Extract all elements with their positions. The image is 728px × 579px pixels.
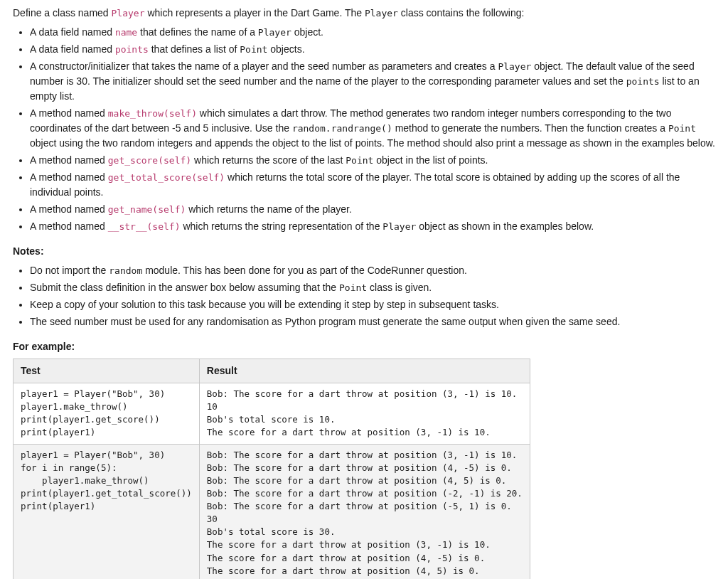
spec-item: A data field named name that defines the… xyxy=(30,25,715,40)
spec-item: A data field named points that defines a… xyxy=(30,42,715,57)
spec-mono: Player xyxy=(382,221,416,232)
table-cell-result: Bob: The score for a dart throw at posit… xyxy=(199,444,530,579)
spec-text: A method named xyxy=(30,107,108,119)
spec-mono: points xyxy=(626,76,660,87)
spec-text: A data field named xyxy=(30,26,115,38)
spec-highlight: name xyxy=(115,27,137,38)
notes-label: Notes: xyxy=(13,244,715,259)
note-text: Submit the class definition in the answe… xyxy=(30,282,339,293)
spec-list: A data field named name that defines the… xyxy=(13,25,715,234)
spec-text: A constructor/initializer that takes the… xyxy=(30,60,498,72)
spec-highlight: get_score(self) xyxy=(108,155,191,166)
spec-text: object as shown in the examples below. xyxy=(416,221,594,232)
table-header-test: Test xyxy=(14,359,200,383)
intro-post: class contains the following: xyxy=(398,7,524,18)
spec-text: method to generate the numbers. Then the… xyxy=(392,122,668,134)
spec-highlight: __str__(self) xyxy=(108,221,181,232)
notes-label-text: Notes xyxy=(13,245,41,257)
spec-text: A method named xyxy=(30,221,108,232)
example-table: Test Result player1 = Player("Bob", 30) … xyxy=(13,358,530,579)
test-code: player1 = Player("Bob", 30) for i in ran… xyxy=(21,449,192,514)
spec-highlight: get_name(self) xyxy=(108,204,186,215)
table-row: player1 = Player("Bob", 30) for i in ran… xyxy=(14,444,530,579)
spec-highlight: make_throw(self) xyxy=(108,108,197,119)
note-text: Do not import the xyxy=(30,265,109,276)
test-code: player1 = Player("Bob", 30) player1.make… xyxy=(21,388,192,440)
intro-mid: which represents a player in the Dart Ga… xyxy=(145,7,365,18)
spec-text: A method named xyxy=(30,203,108,215)
spec-item: A method named get_score(self) which ret… xyxy=(30,153,715,168)
table-row: player1 = Player("Bob", 30) player1.make… xyxy=(14,383,530,445)
intro-pre: Define a class named xyxy=(13,7,112,18)
notes-item: Submit the class definition in the answe… xyxy=(30,280,715,295)
spec-text: that defines the name of a xyxy=(137,26,258,38)
spec-mono: Point xyxy=(668,123,696,134)
note-text: module. This has been done for you as pa… xyxy=(142,265,467,276)
spec-item: A constructor/initializer that takes the… xyxy=(30,59,715,104)
notes-list: Do not import the random module. This ha… xyxy=(13,263,715,329)
notes-item: The seed number must be used for any ran… xyxy=(30,314,715,329)
example-label: For example: xyxy=(13,339,715,354)
table-header-result: Result xyxy=(199,359,530,383)
spec-item: A method named make_throw(self) which si… xyxy=(30,106,715,151)
spec-item: A method named get_total_score(self) whi… xyxy=(30,170,715,200)
spec-highlight: get_total_score(self) xyxy=(108,172,225,183)
spec-item: A method named get_name(self) which retu… xyxy=(30,202,715,217)
result-output: Bob: The score for a dart throw at posit… xyxy=(207,388,523,440)
table-cell-test: player1 = Player("Bob", 30) player1.make… xyxy=(14,383,200,445)
spec-text: which returns the score of the last xyxy=(191,154,346,166)
note-text: The seed number must be used for any ran… xyxy=(30,316,620,327)
spec-text: object. xyxy=(291,26,323,38)
notes-item: Keep a copy of your solution to this tas… xyxy=(30,297,715,312)
spec-highlight: points xyxy=(115,44,149,55)
spec-mono: Player xyxy=(258,27,291,38)
spec-text: A method named xyxy=(30,171,108,183)
spec-mono: Player xyxy=(498,61,531,72)
note-mono: Point xyxy=(339,282,367,293)
notes-item: Do not import the random module. This ha… xyxy=(30,263,715,278)
intro-paragraph: Define a class named Player which repres… xyxy=(13,6,715,21)
spec-text: A data field named xyxy=(30,43,115,55)
result-output: Bob: The score for a dart throw at posit… xyxy=(207,449,523,580)
spec-item: A method named __str__(self) which retur… xyxy=(30,219,715,234)
table-cell-test: player1 = Player("Bob", 30) for i in ran… xyxy=(14,444,200,579)
spec-mono: random.randrange() xyxy=(292,123,392,134)
spec-mono: Point xyxy=(240,44,267,55)
spec-text: that defines a list of xyxy=(149,43,240,55)
spec-text: A method named xyxy=(30,154,108,166)
table-cell-result: Bob: The score for a dart throw at posit… xyxy=(199,383,530,445)
spec-text: objects. xyxy=(267,43,304,55)
spec-mono: Point xyxy=(346,155,373,166)
note-text: Keep a copy of your solution to this tas… xyxy=(30,299,499,310)
intro-class2: Player xyxy=(365,8,398,18)
note-text: class is given. xyxy=(367,282,432,293)
spec-text: which returns the name of the player. xyxy=(186,203,351,215)
spec-text: which returns the string representation … xyxy=(181,221,383,232)
intro-class: Player xyxy=(112,8,145,18)
spec-text: object in the list of points. xyxy=(373,154,488,166)
question-content: Define a class named Player which repres… xyxy=(13,6,715,579)
spec-text: object using the two random integers and… xyxy=(30,137,715,149)
note-mono: random xyxy=(109,265,142,276)
